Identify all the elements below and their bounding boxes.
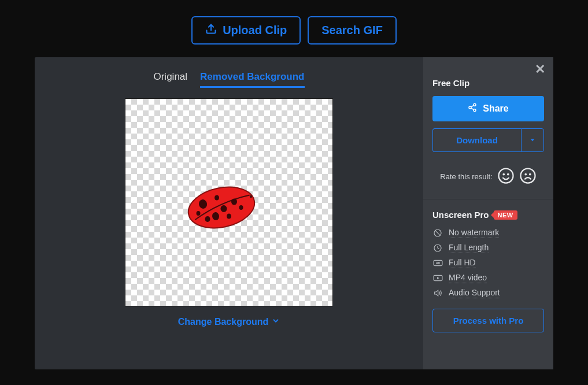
feature-label: Full Length <box>449 243 489 253</box>
change-background-label: Change Background <box>178 317 268 327</box>
close-icon: ✕ <box>535 62 545 76</box>
svg-marker-30 <box>437 277 439 279</box>
full-hd-icon: HD <box>432 260 443 266</box>
svg-point-21 <box>520 169 535 183</box>
audio-icon <box>432 288 443 298</box>
svg-point-23 <box>530 174 531 175</box>
full-length-icon <box>432 243 443 253</box>
no-watermark-icon <box>432 228 443 238</box>
svg-line-25 <box>435 231 441 236</box>
new-badge: NEW <box>494 210 517 220</box>
svg-point-10 <box>239 205 243 210</box>
caret-down-icon <box>530 136 535 145</box>
svg-point-2 <box>250 195 252 198</box>
feature-label: No watermark <box>449 228 499 238</box>
svg-point-11 <box>197 211 201 216</box>
pro-title: Unscreen Pro <box>432 210 489 220</box>
feature-label: Audio Support <box>449 288 500 298</box>
feature-audio: Audio Support <box>432 288 544 298</box>
process-with-pro-button[interactable]: Process with Pro <box>432 309 544 332</box>
preview-area: Original Removed Background <box>35 57 423 369</box>
feature-full-length: Full Length <box>432 243 544 253</box>
svg-line-15 <box>471 108 474 110</box>
svg-point-19 <box>503 174 504 175</box>
feature-label: MP4 video <box>449 273 487 283</box>
tab-removed-background[interactable]: Removed Background <box>200 71 304 88</box>
svg-point-6 <box>231 199 237 205</box>
download-group: Download <box>432 128 544 152</box>
tab-original[interactable]: Original <box>153 71 187 88</box>
share-label: Share <box>483 103 508 114</box>
rate-happy-button[interactable] <box>497 167 515 186</box>
upload-clip-label: Upload Clip <box>223 24 287 37</box>
svg-point-20 <box>508 174 509 175</box>
svg-point-18 <box>498 169 513 183</box>
svg-point-9 <box>215 195 219 201</box>
mp4-icon <box>432 275 443 282</box>
free-clip-title: Free Clip <box>432 78 544 88</box>
feature-full-hd: HD Full HD <box>432 258 544 268</box>
search-gif-label: Search GIF <box>321 24 383 36</box>
editor-panel: Original Removed Background <box>35 57 553 369</box>
rate-sad-button[interactable] <box>519 167 537 186</box>
search-gif-button[interactable]: Search GIF <box>308 16 397 45</box>
upload-clip-button[interactable]: Upload Clip <box>191 16 301 45</box>
svg-text:HD: HD <box>435 261 440 265</box>
share-button[interactable]: Share <box>432 96 544 121</box>
feature-no-watermark: No watermark <box>432 228 544 238</box>
feature-mp4: MP4 video <box>432 273 544 283</box>
close-button[interactable]: ✕ <box>531 61 549 78</box>
svg-point-22 <box>525 174 526 175</box>
result-image <box>186 184 261 235</box>
download-dropdown-button[interactable] <box>521 128 544 152</box>
upload-icon <box>205 23 217 38</box>
preview-canvas <box>125 98 333 306</box>
feature-label: Full HD <box>449 258 476 268</box>
free-clip-section: Free Clip Share Download Rate this resul… <box>423 57 553 199</box>
change-background-button[interactable]: Change Background <box>178 317 280 327</box>
svg-marker-17 <box>531 139 535 141</box>
download-button[interactable]: Download <box>432 128 521 152</box>
chevron-down-icon <box>272 317 280 327</box>
rate-label: Rate this result: <box>440 172 492 181</box>
pro-feature-list: No watermark Full Length HD Full HD <box>432 228 544 298</box>
svg-point-7 <box>205 216 210 222</box>
preview-tabs: Original Removed Background <box>153 71 304 88</box>
rate-row: Rate this result: <box>432 167 544 186</box>
svg-line-16 <box>471 105 474 107</box>
pro-section: Unscreen Pro NEW No watermark Full Lengt… <box>423 199 553 343</box>
svg-marker-31 <box>435 290 438 295</box>
svg-point-8 <box>227 214 231 219</box>
share-icon <box>468 103 477 114</box>
sidebar: ✕ Free Clip Share Download Rate this res… <box>423 57 553 369</box>
